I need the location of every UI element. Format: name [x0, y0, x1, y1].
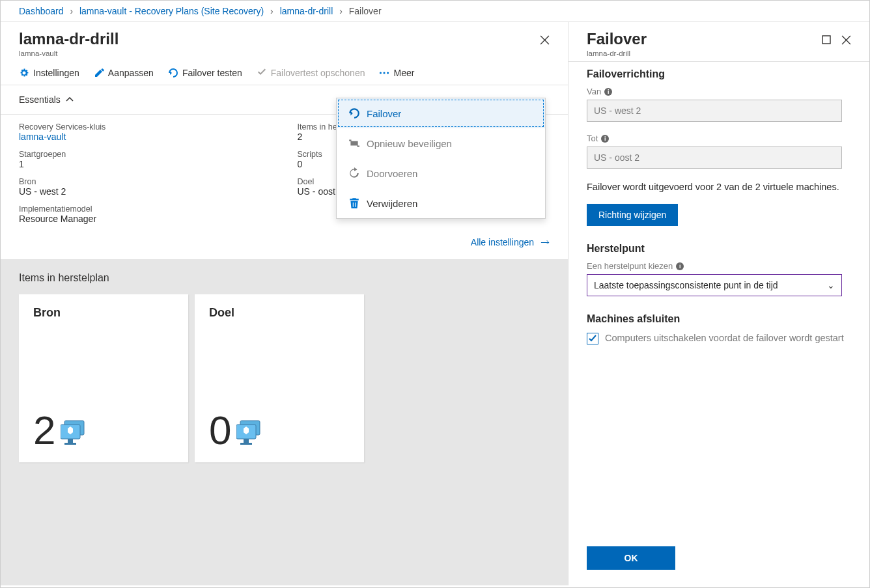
ess-link-recovery-vault[interactable]: lamna-vault [19, 132, 272, 142]
panel-title: Failover [587, 30, 647, 48]
change-direction-button[interactable]: Richting wijzigen [587, 204, 678, 226]
page-title: lamna-dr-drill [19, 30, 119, 48]
test-failover-button[interactable]: Failover testen [168, 68, 242, 78]
gear-icon [19, 68, 29, 78]
cleanup-test-button: Failovertest opschonen [257, 68, 365, 78]
pencil-icon [94, 68, 104, 78]
svg-rect-9 [244, 439, 249, 443]
svg-point-2 [387, 72, 389, 74]
menu-item-failover[interactable]: Failover [337, 98, 545, 128]
settings-label: Instellingen [33, 68, 79, 78]
svg-rect-10 [240, 443, 252, 445]
tile-count: 2 [33, 410, 55, 451]
chevron-right-icon: › [70, 6, 73, 16]
menu-item-reprotect[interactable]: Opnieuw beveiligen [337, 128, 545, 158]
tile-title: Doel [209, 306, 350, 320]
shutdown-checkbox[interactable] [587, 333, 598, 344]
info-icon[interactable]: i [601, 135, 609, 143]
customize-label: Aanpassen [108, 68, 154, 78]
breadcrumb-item[interactable]: lamna-dr-drill [280, 6, 333, 16]
svg-point-1 [384, 72, 386, 74]
menu-label: Verwijderen [367, 198, 417, 209]
all-settings-link[interactable]: Alle instellingen 🡒 [471, 237, 550, 247]
menu-label: Opnieuw beveiligen [367, 138, 452, 149]
more-label: Meer [393, 68, 414, 78]
tile-title: Bron [33, 306, 174, 320]
menu-label: Failover [367, 108, 401, 119]
checkmark-icon [257, 68, 267, 78]
from-field [587, 100, 842, 122]
ess-label-start-groups: Startgroepen [19, 150, 272, 159]
commit-icon [348, 167, 360, 179]
shutdown-checkbox-label: Computers uitschakelen voordat de failov… [605, 331, 844, 344]
recovery-point-heading: Herstelpunt [587, 243, 851, 255]
arrow-right-icon: 🡒 [540, 237, 550, 247]
ess-value-deployment-model: Resource Manager [19, 214, 272, 224]
toolbar: Instellingen Aanpassen Failover testen F… [1, 61, 568, 85]
tile-count: 0 [209, 410, 231, 451]
breadcrumb-current: Failover [349, 6, 382, 16]
menu-item-commit[interactable]: Doorvoeren [337, 158, 545, 188]
ess-label-deployment-model: Implementatiemodel [19, 204, 272, 214]
ok-button[interactable]: OK [587, 546, 675, 570]
to-label: Tot [587, 133, 598, 143]
tile-source[interactable]: Bron 2 [19, 294, 188, 462]
cleanup-label: Failovertest opschonen [271, 68, 365, 78]
shutdown-heading: Machines afsluiten [587, 313, 851, 325]
vm-icon [236, 419, 261, 441]
info-icon[interactable]: i [676, 262, 684, 270]
svg-rect-11 [822, 36, 830, 44]
chevron-up-icon [66, 97, 74, 102]
more-button[interactable]: Meer [379, 68, 414, 78]
more-icon [379, 68, 389, 78]
all-settings-label: Alle instellingen [471, 237, 534, 247]
failover-info-text: Failover wordt uitgevoerd voor 2 van de … [587, 180, 851, 193]
recovery-point-label: Een herstelpunt kiezen [587, 261, 673, 271]
breadcrumb-item[interactable]: Dashboard [19, 6, 64, 16]
test-failover-label: Failover testen [182, 68, 242, 78]
ess-value-start-groups: 1 [19, 159, 272, 169]
tile-target[interactable]: Doel 0 [195, 294, 364, 462]
recovery-point-value: Laatste toepassingsconsistente punt in d… [594, 280, 778, 290]
ess-value-source: US - west 2 [19, 186, 272, 197]
trash-icon [348, 197, 360, 209]
chevron-down-icon: ⌄ [827, 280, 835, 290]
essentials-label: Essentials [19, 94, 61, 105]
svg-rect-6 [64, 443, 76, 445]
breadcrumb: Dashboard › lamna-vault - Recovery Plans… [1, 1, 869, 22]
chevron-right-icon: › [339, 6, 343, 16]
svg-rect-5 [68, 439, 73, 443]
items-heading: Items in herstelplan [19, 272, 550, 284]
info-icon[interactable]: i [604, 88, 612, 96]
ess-label-recovery-vault: Recovery Services-kluis [19, 122, 272, 132]
menu-label: Doorvoeren [367, 168, 417, 179]
close-button[interactable] [540, 35, 550, 45]
ess-label-source: Bron [19, 177, 272, 186]
breadcrumb-item[interactable]: lamna-vault - Recovery Plans (Site Recov… [79, 6, 264, 16]
restore-button[interactable] [822, 35, 831, 45]
customize-button[interactable]: Aanpassen [94, 68, 154, 78]
page-subtitle: lamna-vault [19, 49, 119, 57]
close-button[interactable] [841, 35, 851, 45]
failover-icon [348, 107, 360, 119]
from-label: Van [587, 87, 601, 96]
chevron-right-icon: › [270, 6, 274, 16]
direction-heading: Failoverrichting [587, 68, 851, 80]
recovery-point-select[interactable]: Laatste toepassingsconsistente punt in d… [587, 274, 842, 296]
to-field [587, 147, 842, 169]
failover-test-icon [168, 68, 178, 78]
vm-icon [61, 419, 85, 441]
panel-subtitle: lamna-dr-drill [587, 49, 647, 57]
more-menu: Failover Opnieuw beveiligen Doorvoeren V… [336, 98, 546, 219]
reprotect-icon [348, 137, 360, 149]
settings-button[interactable]: Instellingen [19, 68, 79, 78]
menu-item-delete[interactable]: Verwijderen [337, 188, 545, 218]
svg-point-0 [380, 72, 382, 74]
